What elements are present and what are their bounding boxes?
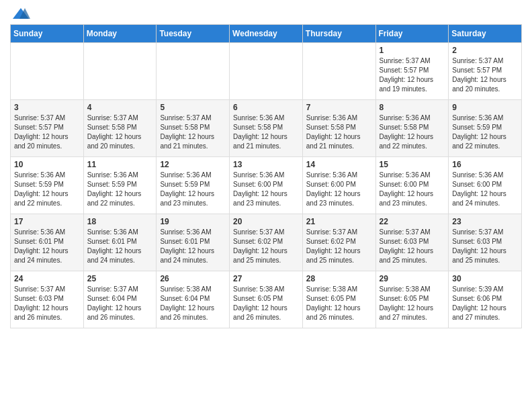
day-number: 12 [160, 160, 226, 169]
calendar-week-row: 3Sunrise: 5:37 AM Sunset: 5:57 PM Daylig… [11, 100, 522, 157]
day-info: Sunrise: 5:37 AM Sunset: 5:58 PM Dayligh… [160, 113, 226, 151]
calendar-cell: 21Sunrise: 5:37 AM Sunset: 6:02 PM Dayli… [302, 214, 375, 271]
calendar-week-row: 24Sunrise: 5:37 AM Sunset: 6:03 PM Dayli… [11, 271, 522, 328]
calendar-week-row: 10Sunrise: 5:36 AM Sunset: 5:59 PM Dayli… [11, 157, 522, 214]
day-info: Sunrise: 5:36 AM Sunset: 6:00 PM Dayligh… [306, 171, 372, 208]
day-header-monday: Monday [83, 25, 157, 43]
day-info: Sunrise: 5:37 AM Sunset: 6:02 PM Dayligh… [233, 228, 299, 265]
day-info: Sunrise: 5:36 AM Sunset: 5:59 PM Dayligh… [87, 171, 153, 208]
calendar-cell: 12Sunrise: 5:36 AM Sunset: 5:59 PM Dayli… [157, 157, 230, 214]
day-number: 8 [380, 103, 445, 112]
day-info: Sunrise: 5:36 AM Sunset: 6:00 PM Dayligh… [233, 171, 299, 208]
day-info: Sunrise: 5:37 AM Sunset: 5:57 PM Dayligh… [14, 113, 80, 151]
day-header-sunday: Sunday [11, 25, 84, 43]
day-number: 16 [452, 160, 518, 169]
day-info: Sunrise: 5:36 AM Sunset: 5:58 PM Dayligh… [233, 113, 299, 151]
day-header-wednesday: Wednesday [230, 25, 303, 43]
day-info: Sunrise: 5:36 AM Sunset: 5:58 PM Dayligh… [380, 113, 445, 151]
day-number: 20 [233, 217, 299, 226]
calendar-cell: 15Sunrise: 5:36 AM Sunset: 6:00 PM Dayli… [375, 157, 449, 214]
day-number: 26 [160, 274, 226, 283]
day-info: Sunrise: 5:39 AM Sunset: 6:06 PM Dayligh… [452, 285, 518, 322]
day-info: Sunrise: 5:37 AM Sunset: 6:03 PM Dayligh… [452, 228, 518, 265]
calendar-week-row: 1Sunrise: 5:37 AM Sunset: 5:57 PM Daylig… [11, 43, 522, 100]
calendar-cell: 16Sunrise: 5:36 AM Sunset: 6:00 PM Dayli… [449, 157, 522, 214]
day-number: 7 [306, 103, 372, 112]
day-number: 30 [452, 274, 518, 283]
day-number: 5 [160, 103, 226, 112]
calendar-cell: 28Sunrise: 5:38 AM Sunset: 6:05 PM Dayli… [302, 271, 375, 328]
calendar-table: SundayMondayTuesdayWednesdayThursdayFrid… [10, 24, 522, 328]
page-header [10, 7, 522, 19]
calendar-cell [302, 43, 375, 100]
calendar-cell: 1Sunrise: 5:37 AM Sunset: 5:57 PM Daylig… [375, 43, 449, 100]
day-info: Sunrise: 5:36 AM Sunset: 5:59 PM Dayligh… [160, 171, 226, 208]
day-number: 13 [233, 160, 299, 169]
calendar-cell [83, 43, 157, 100]
calendar-cell: 10Sunrise: 5:36 AM Sunset: 5:59 PM Dayli… [11, 157, 84, 214]
calendar-cell: 29Sunrise: 5:38 AM Sunset: 6:05 PM Dayli… [375, 271, 449, 328]
day-number: 1 [380, 46, 445, 55]
day-header-thursday: Thursday [302, 25, 375, 43]
calendar-cell: 20Sunrise: 5:37 AM Sunset: 6:02 PM Dayli… [230, 214, 303, 271]
day-info: Sunrise: 5:36 AM Sunset: 6:00 PM Dayligh… [452, 171, 518, 208]
calendar-cell: 27Sunrise: 5:38 AM Sunset: 6:05 PM Dayli… [230, 271, 303, 328]
logo-icon [11, 7, 30, 21]
day-info: Sunrise: 5:36 AM Sunset: 6:00 PM Dayligh… [380, 171, 445, 208]
day-info: Sunrise: 5:38 AM Sunset: 6:05 PM Dayligh… [380, 285, 445, 322]
day-number: 22 [380, 217, 445, 226]
logo [10, 7, 30, 21]
day-number: 11 [87, 160, 153, 169]
logo-area [10, 7, 30, 19]
calendar-cell: 18Sunrise: 5:36 AM Sunset: 6:01 PM Dayli… [83, 214, 157, 271]
day-number: 23 [452, 217, 518, 226]
calendar-cell: 8Sunrise: 5:36 AM Sunset: 5:58 PM Daylig… [375, 100, 449, 157]
day-number: 29 [380, 274, 445, 283]
calendar-cell: 4Sunrise: 5:37 AM Sunset: 5:58 PM Daylig… [83, 100, 157, 157]
day-info: Sunrise: 5:37 AM Sunset: 6:02 PM Dayligh… [306, 228, 372, 265]
day-header-saturday: Saturday [449, 25, 522, 43]
calendar-cell [157, 43, 230, 100]
day-info: Sunrise: 5:36 AM Sunset: 5:59 PM Dayligh… [14, 171, 80, 208]
calendar-cell: 13Sunrise: 5:36 AM Sunset: 6:00 PM Dayli… [230, 157, 303, 214]
calendar-cell: 11Sunrise: 5:36 AM Sunset: 5:59 PM Dayli… [83, 157, 157, 214]
calendar-cell: 26Sunrise: 5:38 AM Sunset: 6:04 PM Dayli… [157, 271, 230, 328]
calendar-cell: 9Sunrise: 5:36 AM Sunset: 5:59 PM Daylig… [449, 100, 522, 157]
day-number: 14 [306, 160, 372, 169]
day-number: 10 [14, 160, 80, 169]
day-number: 2 [452, 46, 518, 55]
day-number: 9 [452, 103, 518, 112]
calendar-cell: 2Sunrise: 5:37 AM Sunset: 5:57 PM Daylig… [449, 43, 522, 100]
calendar-cell: 22Sunrise: 5:37 AM Sunset: 6:03 PM Dayli… [375, 214, 449, 271]
day-info: Sunrise: 5:37 AM Sunset: 5:58 PM Dayligh… [87, 113, 153, 151]
day-number: 17 [14, 217, 80, 226]
calendar-cell: 7Sunrise: 5:36 AM Sunset: 5:58 PM Daylig… [302, 100, 375, 157]
day-info: Sunrise: 5:37 AM Sunset: 6:04 PM Dayligh… [87, 285, 153, 322]
calendar-cell: 17Sunrise: 5:36 AM Sunset: 6:01 PM Dayli… [11, 214, 84, 271]
day-number: 21 [306, 217, 372, 226]
day-info: Sunrise: 5:37 AM Sunset: 6:03 PM Dayligh… [380, 228, 445, 265]
calendar-cell: 30Sunrise: 5:39 AM Sunset: 6:06 PM Dayli… [449, 271, 522, 328]
day-number: 27 [233, 274, 299, 283]
calendar-cell: 3Sunrise: 5:37 AM Sunset: 5:57 PM Daylig… [11, 100, 84, 157]
calendar-week-row: 17Sunrise: 5:36 AM Sunset: 6:01 PM Dayli… [11, 214, 522, 271]
calendar-cell: 19Sunrise: 5:36 AM Sunset: 6:01 PM Dayli… [157, 214, 230, 271]
calendar-cell: 5Sunrise: 5:37 AM Sunset: 5:58 PM Daylig… [157, 100, 230, 157]
day-header-tuesday: Tuesday [157, 25, 230, 43]
calendar-cell: 6Sunrise: 5:36 AM Sunset: 5:58 PM Daylig… [230, 100, 303, 157]
day-number: 3 [14, 103, 80, 112]
calendar-cell [230, 43, 303, 100]
calendar-cell: 24Sunrise: 5:37 AM Sunset: 6:03 PM Dayli… [11, 271, 84, 328]
day-number: 24 [14, 274, 80, 283]
calendar-cell: 25Sunrise: 5:37 AM Sunset: 6:04 PM Dayli… [83, 271, 157, 328]
day-info: Sunrise: 5:38 AM Sunset: 6:05 PM Dayligh… [306, 285, 372, 322]
day-number: 6 [233, 103, 299, 112]
day-info: Sunrise: 5:36 AM Sunset: 6:01 PM Dayligh… [160, 228, 226, 265]
day-number: 4 [87, 103, 153, 112]
calendar-header-row: SundayMondayTuesdayWednesdayThursdayFrid… [11, 25, 522, 43]
calendar-cell: 23Sunrise: 5:37 AM Sunset: 6:03 PM Dayli… [449, 214, 522, 271]
day-info: Sunrise: 5:37 AM Sunset: 5:57 PM Dayligh… [452, 56, 518, 94]
day-number: 25 [87, 274, 153, 283]
day-info: Sunrise: 5:36 AM Sunset: 6:01 PM Dayligh… [14, 228, 80, 265]
day-info: Sunrise: 5:38 AM Sunset: 6:05 PM Dayligh… [233, 285, 299, 322]
